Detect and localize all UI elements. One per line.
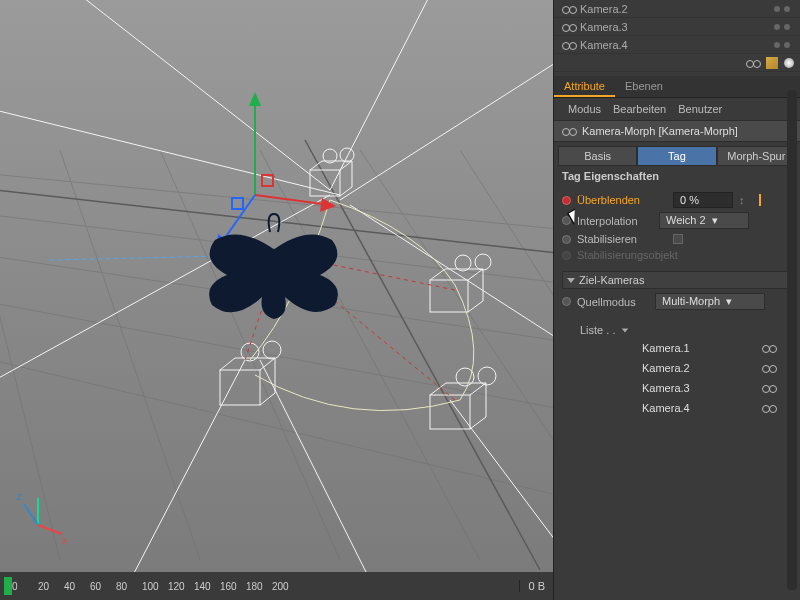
svg-line-9 — [460, 150, 553, 430]
group-title: Ziel-Kameras — [579, 274, 644, 286]
prop-stabilize: Stabilisieren — [554, 231, 800, 247]
vis-dot[interactable] — [774, 42, 780, 48]
tab-attribute[interactable]: Attribute — [554, 76, 615, 97]
camera-list: Kamera.1 Kamera.2 Kamera.3 Kamera.4 — [634, 338, 800, 418]
srcmode-select[interactable]: Multi-Morph ▾ — [655, 293, 765, 310]
menu-mode[interactable]: Modus — [568, 103, 601, 115]
attribute-toolbar: Modus Bearbeiten Benutzer — [554, 98, 800, 121]
list-item-label: Kamera.4 — [642, 402, 690, 414]
list-item[interactable]: Kamera.1 — [634, 338, 800, 358]
list-item-label: Kamera.3 — [642, 382, 690, 394]
chevron-down-icon — [567, 278, 575, 283]
chevron-down-icon[interactable] — [622, 328, 628, 332]
object-row-tags[interactable] — [554, 54, 800, 72]
camera-icon — [762, 404, 776, 412]
svg-line-29 — [468, 269, 483, 280]
tag-icon[interactable] — [784, 58, 794, 68]
timeline[interactable]: 020406080100120140160180200 0 B — [0, 572, 553, 600]
vis-dot[interactable] — [784, 6, 790, 12]
keyframe-dot[interactable] — [562, 196, 571, 205]
menu-user[interactable]: Benutzer — [678, 103, 722, 115]
subtab-basis[interactable]: Basis — [558, 146, 637, 166]
vis-dot[interactable] — [784, 24, 790, 30]
list-item[interactable]: Kamera.4 — [634, 398, 800, 418]
svg-line-20 — [220, 358, 235, 370]
object-name: Kamera.4 — [580, 39, 628, 51]
vis-dot[interactable] — [774, 6, 780, 12]
tag-icon[interactable] — [766, 57, 778, 69]
keyframe-dot — [562, 251, 571, 260]
stabilize-checkbox[interactable] — [673, 234, 683, 244]
interp-select[interactable]: Weich 2 ▾ — [659, 212, 749, 229]
list-item[interactable]: Kamera.3 — [634, 378, 800, 398]
keyframe-marker — [759, 194, 761, 206]
camera-icon — [762, 344, 776, 352]
object-name: Kamera.3 — [580, 21, 628, 33]
object-row[interactable]: Kamera.3 — [554, 18, 800, 36]
object-row[interactable]: Kamera.4 — [554, 36, 800, 54]
prop-stabilize-object: Stabilisierungsobjekt — [554, 247, 800, 263]
svg-line-3 — [0, 350, 553, 510]
camera-icon — [562, 5, 576, 13]
blend-label: Überblenden — [577, 194, 667, 206]
spinner-icon[interactable]: ↕ — [739, 194, 749, 206]
stabilize-label: Stabilisieren — [577, 233, 667, 245]
vis-dot[interactable] — [784, 42, 790, 48]
svg-line-39 — [470, 417, 486, 429]
svg-rect-43 — [310, 170, 340, 196]
prop-sourcemode: Quellmodus Multi-Morph ▾ — [554, 291, 800, 312]
svg-line-53 — [450, 400, 553, 540]
stabobj-label: Stabilisierungsobjekt — [577, 249, 707, 261]
camera-icon — [746, 59, 760, 67]
svg-line-12 — [305, 140, 540, 570]
svg-line-67 — [38, 525, 62, 534]
attribute-title: Kamera-Morph [Kamera-Morph] — [554, 121, 800, 142]
list-label: Liste . . — [580, 324, 615, 336]
object-manager: Kamera.2 Kamera.3 Kamera.4 — [554, 0, 800, 72]
timeline-frame-display: 0 B — [519, 580, 553, 592]
svg-line-47 — [340, 187, 352, 196]
attribute-panel: Kamera.2 Kamera.3 Kamera.4 Attribute Ebe… — [553, 0, 800, 600]
list-item-label: Kamera.2 — [642, 362, 690, 374]
group-header[interactable]: Ziel-Kameras — [562, 271, 792, 289]
svg-line-68 — [24, 504, 38, 525]
list-header-row: Liste . . — [554, 322, 800, 338]
subtab-morph[interactable]: Morph-Spur — [717, 146, 796, 166]
subtab-tag[interactable]: Tag — [637, 146, 716, 166]
timeline-ticks: 020406080100120140160180200 — [12, 572, 519, 600]
keyframe-dot[interactable] — [562, 235, 571, 244]
vis-dot[interactable] — [774, 24, 780, 30]
prop-blend: Überblenden 0 % ↕ — [554, 190, 800, 210]
panel-tabs: Attribute Ebenen — [554, 76, 800, 98]
mouse-cursor — [570, 210, 584, 228]
camera-icon — [762, 384, 776, 392]
svg-point-42 — [478, 367, 496, 385]
interp-label: Interpolation — [577, 215, 653, 227]
group-target-cameras: Ziel-Kameras — [554, 269, 800, 291]
viewport-3d[interactable]: z x — [0, 0, 553, 600]
camera-icon — [562, 41, 576, 49]
svg-marker-59 — [249, 92, 261, 106]
list-item[interactable]: Kamera.2 — [634, 358, 800, 378]
blend-value[interactable]: 0 % — [673, 192, 733, 208]
svg-line-5 — [60, 150, 200, 560]
viewport-scene: z x — [0, 0, 553, 600]
menu-edit[interactable]: Bearbeiten — [613, 103, 666, 115]
object-name: Kamera.2 — [580, 3, 628, 15]
timeline-playhead[interactable] — [4, 577, 12, 595]
svg-line-10 — [0, 155, 60, 560]
object-row[interactable]: Kamera.2 — [554, 0, 800, 18]
section-header: Tag Eigenschaften — [562, 170, 792, 182]
svg-line-52 — [260, 360, 380, 600]
list-item-label: Kamera.1 — [642, 342, 690, 354]
panel-scrollbar[interactable] — [787, 90, 797, 590]
prop-interpolation: Interpolation Weich 2 ▾ — [554, 210, 800, 231]
svg-line-8 — [360, 150, 553, 540]
camera-icon — [762, 364, 776, 372]
tab-layers[interactable]: Ebenen — [615, 76, 673, 97]
attribute-subtabs: Basis Tag Morph-Spur — [558, 146, 796, 166]
svg-point-26 — [263, 341, 281, 359]
keyframe-dot[interactable] — [562, 297, 571, 306]
camera-icon — [562, 23, 576, 31]
svg-point-50 — [340, 148, 354, 162]
